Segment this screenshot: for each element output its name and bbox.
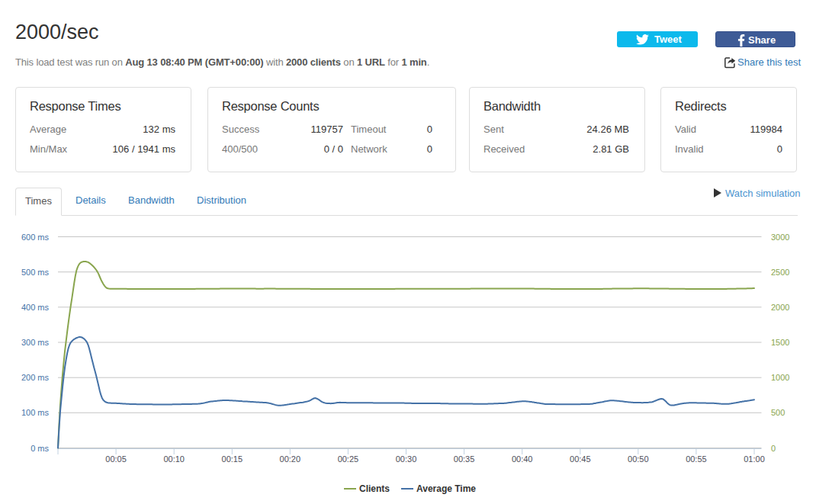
svg-text:00:10: 00:10: [163, 454, 185, 464]
svg-text:00:50: 00:50: [628, 454, 649, 464]
svg-text:500 ms: 500 ms: [21, 268, 50, 277]
svg-text:00:55: 00:55: [686, 454, 707, 464]
svg-text:00:20: 00:20: [280, 454, 301, 464]
svg-text:00:45: 00:45: [570, 454, 591, 464]
svg-text:500: 500: [771, 408, 785, 417]
svg-text:1500: 1500: [771, 338, 789, 347]
svg-text:400 ms: 400 ms: [21, 303, 50, 312]
svg-text:Clients: Clients: [359, 483, 390, 494]
svg-text:100 ms: 100 ms: [21, 408, 50, 417]
svg-text:00:35: 00:35: [454, 454, 475, 464]
svg-text:0 ms: 0 ms: [31, 444, 49, 453]
svg-text:1000: 1000: [771, 373, 789, 382]
svg-text:00:40: 00:40: [512, 454, 533, 464]
svg-text:3000: 3000: [771, 233, 789, 242]
svg-text:00:25: 00:25: [338, 454, 359, 464]
svg-text:00:30: 00:30: [396, 454, 417, 464]
svg-text:2000: 2000: [771, 303, 789, 312]
svg-text:Average Time: Average Time: [416, 483, 476, 494]
svg-text:200 ms: 200 ms: [21, 373, 50, 382]
svg-text:0: 0: [771, 444, 776, 453]
svg-text:00:15: 00:15: [222, 454, 243, 464]
svg-text:300 ms: 300 ms: [21, 338, 50, 347]
svg-text:2500: 2500: [771, 268, 789, 277]
svg-text:600 ms: 600 ms: [21, 233, 50, 242]
svg-text:00:05: 00:05: [105, 454, 127, 464]
svg-text:01:00: 01:00: [744, 454, 765, 464]
